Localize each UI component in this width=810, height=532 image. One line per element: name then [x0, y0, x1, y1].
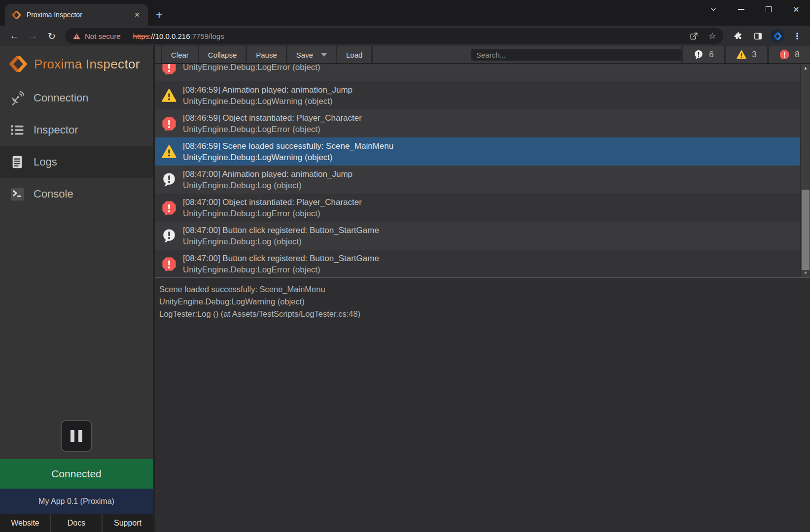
scroll-down-icon[interactable]: ▼ — [801, 269, 810, 277]
error-bubble-icon — [779, 50, 789, 60]
pause-icon — [78, 430, 82, 442]
browser-navbar: ← → ↻ Not secure https://10.0.0.216:7759… — [0, 26, 810, 46]
log-stack-trace: UnityEngine.Debug:LogError (object) — [183, 64, 320, 73]
scroll-up-icon[interactable]: ▲ — [801, 64, 810, 72]
log-row[interactable]: [08:46:59] Animation played: animation_J… — [155, 81, 800, 109]
error-count: 8 — [795, 50, 799, 60]
sidebar-item-inspector[interactable]: Inspector — [0, 114, 153, 146]
save-button[interactable]: Save — [286, 46, 336, 63]
warning-triangle-icon — [162, 144, 176, 159]
log-stack-trace: UnityEngine.Debug:Log (object) — [183, 236, 379, 247]
log-row-text: UnityEngine.Debug:LogError (object) — [183, 64, 320, 73]
forward-button[interactable]: → — [24, 31, 42, 41]
window-close-button[interactable]: ✕ — [782, 5, 810, 14]
error-bubble-icon — [162, 64, 176, 75]
url-scheme: https — [133, 32, 149, 40]
satellite-icon — [10, 91, 25, 105]
collapse-button[interactable]: Collapse — [198, 46, 246, 63]
minimize-button[interactable] — [727, 9, 755, 10]
sidebar-item-connection[interactable]: Connection — [0, 82, 153, 114]
pause-stream-button[interactable] — [61, 420, 92, 452]
sidebar-item-logs[interactable]: Logs — [0, 146, 153, 178]
info-count-badge[interactable]: 6 — [681, 46, 724, 63]
info-bubble-icon — [162, 172, 176, 187]
log-message: [08:46:59] Object instantiated: Player_C… — [183, 112, 362, 124]
clear-button[interactable]: Clear — [161, 46, 198, 63]
back-button[interactable]: ← — [5, 31, 24, 41]
sidebar-item-label: Connection — [34, 92, 88, 104]
detail-line: UnityEngine.Debug:LogWarning (object) — [159, 296, 803, 308]
tab-title: Proxima Inspector — [27, 11, 132, 19]
profile-avatar[interactable] — [768, 29, 787, 43]
search-input[interactable] — [471, 49, 681, 61]
error-count-badge[interactable]: 8 — [767, 46, 810, 63]
log-row[interactable]: [08:47:00] Button click registered: Butt… — [155, 250, 800, 277]
logs-panel: Clear Collapse Pause Save Load — [153, 46, 810, 532]
load-button[interactable]: Load — [336, 46, 371, 63]
log-row[interactable]: [08:47:00] Animation played: animation_J… — [155, 166, 800, 194]
log-level-icon — [162, 200, 176, 215]
save-dropdown-caret-icon[interactable] — [321, 53, 327, 57]
save-button-label: Save — [296, 51, 313, 59]
log-stack-trace: UnityEngine.Debug:LogWarning (object) — [183, 96, 352, 107]
terminal-icon — [10, 187, 25, 201]
list-icon — [10, 123, 25, 137]
log-list-scrollbar[interactable]: ▲ ▼ — [801, 64, 810, 277]
reload-button[interactable]: ↻ — [42, 31, 61, 42]
warning-count-badge[interactable]: 3 — [724, 46, 767, 63]
log-row[interactable]: [08:46:59] Object instantiated: Player_C… — [155, 109, 800, 137]
support-link[interactable]: Support — [102, 514, 153, 532]
warning-triangle-icon — [162, 88, 176, 103]
detail-line: Scene loaded successfully: Scene_MainMen… — [159, 283, 803, 296]
address-bar[interactable]: Not secure https://10.0.0.216:7759/logs … — [65, 28, 723, 44]
sidebar-footer: Website Docs Support — [0, 514, 153, 532]
log-row-text: [08:46:59] Animation played: animation_J… — [183, 84, 352, 107]
error-bubble-icon — [162, 200, 176, 215]
docs-link[interactable]: Docs — [50, 514, 102, 532]
share-icon[interactable] — [689, 32, 699, 41]
browser-tab[interactable]: Proxima Inspector ✕ — [5, 4, 148, 26]
extensions-puzzle-icon[interactable] — [728, 32, 748, 41]
log-row[interactable]: [08:46:59] Scene loaded successfully: Sc… — [155, 137, 800, 166]
info-bubble-icon — [694, 50, 704, 60]
log-level-icon — [162, 257, 176, 271]
avatar — [771, 29, 784, 43]
not-secure-label[interactable]: Not secure — [85, 32, 121, 40]
log-stack-trace: UnityEngine.Debug:LogError (object) — [183, 264, 379, 275]
log-row[interactable]: [08:47:00] Object instantiated: Player_C… — [155, 194, 800, 222]
window-controls: ✕ — [700, 0, 810, 19]
maximize-button[interactable] — [755, 6, 782, 12]
bookmark-star-icon[interactable]: ☆ — [708, 31, 716, 41]
scrollbar-thumb[interactable] — [802, 190, 810, 270]
website-link[interactable]: Website — [0, 514, 50, 532]
info-bubble-icon — [162, 229, 176, 243]
log-stack-trace: UnityEngine.Debug:LogError (object) — [183, 124, 362, 135]
connection-status-badge: Connected — [0, 459, 153, 489]
proxima-favicon-icon — [12, 10, 21, 20]
pause-icon — [70, 430, 74, 442]
log-message: [08:47:00] Button click registered: Butt… — [183, 225, 379, 236]
log-message: [08:47:00] Object instantiated: Player_C… — [183, 197, 362, 208]
log-level-icon — [162, 88, 176, 103]
side-panel-icon[interactable] — [748, 32, 768, 41]
error-bubble-icon — [162, 116, 176, 131]
proxima-logo-icon — [9, 55, 28, 73]
log-row[interactable]: UnityEngine.Debug:LogError (object) — [155, 64, 800, 81]
tab-search-chevron-icon[interactable] — [700, 5, 727, 13]
log-row-text: [08:47:00] Animation played: animation_J… — [183, 168, 352, 191]
brand-title: Proxima Inspector — [34, 57, 140, 72]
log-row[interactable]: [08:47:00] Button click registered: Butt… — [155, 222, 800, 250]
log-stack-trace: UnityEngine.Debug:LogError (object) — [183, 208, 362, 219]
tab-strip: Proxima Inspector ✕ + ✕ — [0, 0, 810, 26]
error-bubble-icon — [162, 257, 176, 271]
new-tab-button[interactable]: + — [156, 9, 162, 21]
detail-line: LogTester:Log () (at Assets/TestScripts/… — [159, 308, 803, 320]
browser-menu-icon[interactable]: ⋮ — [787, 31, 807, 41]
pause-logs-button[interactable]: Pause — [246, 46, 286, 63]
log-list: UnityEngine.Debug:LogError (object) — [155, 64, 810, 277]
log-row-text: [08:47:00] Button click registered: Butt… — [183, 253, 379, 275]
omnibox-divider — [127, 32, 127, 40]
log-row-text: [08:47:00] Object instantiated: Player_C… — [183, 197, 362, 219]
sidebar-item-console[interactable]: Console — [0, 178, 153, 210]
tab-close-icon[interactable]: ✕ — [132, 10, 142, 20]
